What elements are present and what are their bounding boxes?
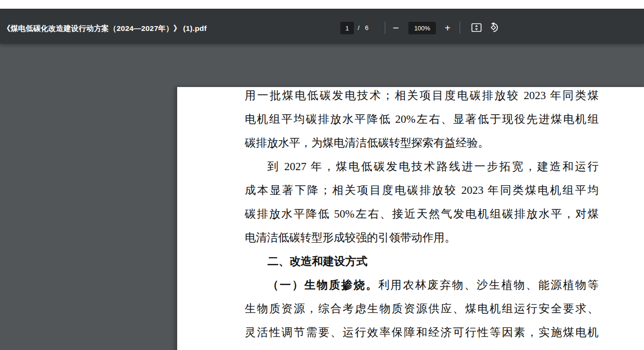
doc-line: 灵活性调节需要、运行效率保障和经济可行性等因素，实施煤电机 bbox=[245, 321, 599, 344]
doc-text-segment: 碳排放水平降低 50%左右、接近天然气发电机组碳排放水平，对煤 bbox=[245, 208, 599, 220]
doc-line: 生物质资源，综合考虑生物质资源供应、煤电机组运行安全要求、 bbox=[245, 297, 599, 321]
rotate-counterclockwise-icon bbox=[490, 22, 501, 35]
pdf-scroll-area[interactable]: 用一批煤电低碳发电技术；相关项目度电碳排放较 2023 年同类煤电机组平均碳排放… bbox=[0, 44, 644, 350]
doc-text-segment: 电机组平均碳排放水平降低 20%左右、显著低于现役先进煤电机组 bbox=[245, 113, 599, 125]
minus-icon: − bbox=[393, 22, 399, 34]
toolbar-divider bbox=[460, 22, 460, 34]
doc-text-segment: 灵活性调节需要、运行效率保障和经济可行性等因素，实施煤电机 bbox=[245, 326, 599, 338]
doc-line: 电清洁低碳转型形成较强的引领带动作用。 bbox=[245, 226, 599, 249]
doc-line: 碳排放水平降低 50%左右、接近天然气发电机组碳排放水平，对煤 bbox=[245, 202, 599, 226]
doc-line: 到 2027 年，煤电低碳发电技术路线进一步拓宽，建造和运行 bbox=[245, 155, 599, 178]
doc-text-segment: 碳排放水平，为煤电清洁低碳转型探索有益经验。 bbox=[245, 137, 489, 149]
doc-line: 组耦合生物质发电。改造建设后煤电机组应具备掺烧 10%以上生物 bbox=[245, 344, 599, 350]
plus-icon: + bbox=[445, 23, 450, 34]
doc-bold-text: （一）生物质掺烧。 bbox=[267, 279, 378, 291]
doc-text-segment: 到 2027 年，煤电低碳发电技术路线进一步拓宽，建造和运行 bbox=[267, 160, 599, 173]
doc-heading-line: 二、改造和建设方式 bbox=[245, 249, 599, 273]
doc-text-segment: 成本显著下降；相关项目度电碳排放较 2023 年同类煤电机组平均 bbox=[245, 184, 599, 196]
document-title: 《煤电低碳化改造建设行动方案（2024—2027年）》 (1).pdf bbox=[3, 24, 207, 34]
doc-line: 用一批煤电低碳发电技术；相关项目度电碳排放较 2023 年同类煤 bbox=[245, 84, 599, 107]
browser-top-strip bbox=[0, 0, 644, 9]
page-separator: / bbox=[358, 22, 360, 34]
fit-to-page-button[interactable] bbox=[469, 22, 484, 34]
doc-text-segment: 用一批煤电低碳发电技术；相关项目度电碳排放较 2023 年同类煤 bbox=[245, 89, 599, 102]
doc-line: 碳排放水平，为煤电清洁低碳转型探索有益经验。 bbox=[245, 131, 599, 155]
doc-bold-text: 二、改造和建设方式 bbox=[267, 255, 367, 267]
pdf-page[interactable]: 用一批煤电低碳发电技术；相关项目度电碳排放较 2023 年同类煤电机组平均碳排放… bbox=[177, 87, 644, 350]
pdf-toolbar: 《煤电低碳化改造建设行动方案（2024—2027年）》 (1).pdf / 6 … bbox=[0, 9, 644, 44]
document-text: 用一批煤电低碳发电技术；相关项目度电碳排放较 2023 年同类煤电机组平均碳排放… bbox=[245, 84, 599, 350]
page-number-input[interactable] bbox=[340, 22, 354, 34]
doc-text-segment: 生物质资源，综合考虑生物质资源供应、煤电机组运行安全要求、 bbox=[245, 303, 599, 315]
fit-to-page-icon bbox=[471, 22, 482, 35]
doc-line: 成本显著下降；相关项目度电碳排放较 2023 年同类煤电机组平均 bbox=[245, 178, 599, 202]
zoom-in-button[interactable]: + bbox=[441, 22, 454, 34]
doc-line: 电机组平均碳排放水平降低 20%左右、显著低于现役先进煤电机组 bbox=[245, 107, 599, 131]
doc-text-segment: 利用农林废弃物、沙生植物、能源植物等 bbox=[378, 279, 599, 291]
rotate-counterclockwise-button[interactable] bbox=[488, 22, 503, 34]
doc-line: （一）生物质掺烧。利用农林废弃物、沙生植物、能源植物等 bbox=[245, 273, 599, 297]
doc-text-segment: 电清洁低碳转型形成较强的引领带动作用。 bbox=[245, 232, 456, 244]
toolbar-divider bbox=[385, 22, 385, 34]
zoom-out-button[interactable]: − bbox=[389, 22, 403, 34]
zoom-level-display: 100% bbox=[408, 22, 436, 34]
page-total-count: 6 bbox=[365, 22, 368, 34]
